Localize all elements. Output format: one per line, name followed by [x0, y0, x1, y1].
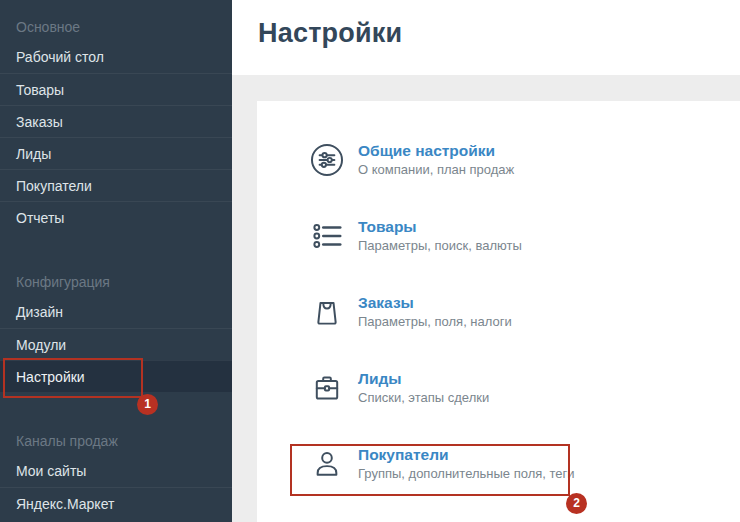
settings-card: Общие настройки О компании, план продаж …	[257, 101, 740, 522]
settings-item-subtitle: Параметры, поиск, валюты	[358, 239, 522, 253]
sidebar-section-header-configuration: Конфигурация	[0, 268, 232, 296]
settings-item-title[interactable]: Лиды	[358, 371, 489, 387]
content-header: Настройки	[232, 0, 740, 75]
settings-item-products[interactable]: Товары Параметры, поиск, валюты	[310, 219, 740, 253]
sliders-circle-icon	[310, 143, 344, 177]
page-title: Настройки	[258, 18, 740, 49]
settings-item-leads[interactable]: Лиды Списки, этапы сделки	[310, 371, 740, 405]
list-icon	[310, 219, 344, 253]
sidebar-item-yandex-market[interactable]: Яндекс.Маркет	[0, 487, 232, 519]
settings-item-text: Общие настройки О компании, план продаж	[358, 143, 514, 177]
annotation-badge-2: 2	[566, 493, 587, 514]
settings-item-text: Заказы Параметры, поля, налоги	[358, 295, 512, 329]
sidebar-item-leads[interactable]: Лиды	[0, 137, 232, 169]
settings-item-title[interactable]: Товары	[358, 219, 522, 235]
sidebar-section-header-sales-channels: Каналы продаж	[0, 427, 232, 455]
sidebar-section-header-main: Основное	[0, 13, 232, 41]
settings-item-subtitle: Списки, этапы сделки	[358, 391, 489, 405]
sidebar-item-desktop[interactable]: Рабочий стол	[0, 41, 232, 73]
sidebar-item-modules[interactable]: Модули	[0, 328, 232, 360]
sidebar-item-my-sites[interactable]: Мои сайты	[0, 455, 232, 487]
settings-item-customers[interactable]: Покупатели Группы, дополнительные поля, …	[310, 447, 740, 481]
sidebar: Основное Рабочий стол Товары Заказы Лиды…	[0, 0, 232, 522]
settings-item-subtitle: Параметры, поля, налоги	[358, 315, 512, 329]
sidebar-section-configuration: Конфигурация Дизайн Модули Настройки	[0, 268, 232, 392]
settings-item-general[interactable]: Общие настройки О компании, план продаж	[310, 143, 740, 177]
person-icon	[310, 447, 344, 481]
settings-item-title[interactable]: Заказы	[358, 295, 512, 311]
settings-item-orders[interactable]: Заказы Параметры, поля, налоги	[310, 295, 740, 329]
briefcase-icon	[310, 371, 344, 405]
sidebar-section-sales-channels: Каналы продаж Мои сайты Яндекс.Маркет	[0, 427, 232, 519]
settings-item-title[interactable]: Покупатели	[358, 447, 575, 463]
annotation-badge-1: 1	[137, 394, 158, 415]
sidebar-item-products[interactable]: Товары	[0, 73, 232, 105]
sidebar-item-orders[interactable]: Заказы	[0, 105, 232, 137]
settings-item-title[interactable]: Общие настройки	[358, 143, 514, 159]
shopping-bag-icon	[310, 295, 344, 329]
settings-item-subtitle: Группы, дополнительные поля, теги	[358, 467, 575, 481]
sidebar-item-design[interactable]: Дизайн	[0, 296, 232, 328]
settings-item-text: Покупатели Группы, дополнительные поля, …	[358, 447, 575, 481]
sidebar-item-reports[interactable]: Отчеты	[0, 201, 232, 233]
settings-item-text: Товары Параметры, поиск, валюты	[358, 219, 522, 253]
app-window: Основное Рабочий стол Товары Заказы Лиды…	[0, 0, 740, 522]
sidebar-item-customers[interactable]: Покупатели	[0, 169, 232, 201]
settings-item-subtitle: О компании, план продаж	[358, 163, 514, 177]
sidebar-section-main: Основное Рабочий стол Товары Заказы Лиды…	[0, 13, 232, 233]
settings-item-text: Лиды Списки, этапы сделки	[358, 371, 489, 405]
sidebar-item-settings[interactable]: Настройки	[0, 360, 232, 392]
